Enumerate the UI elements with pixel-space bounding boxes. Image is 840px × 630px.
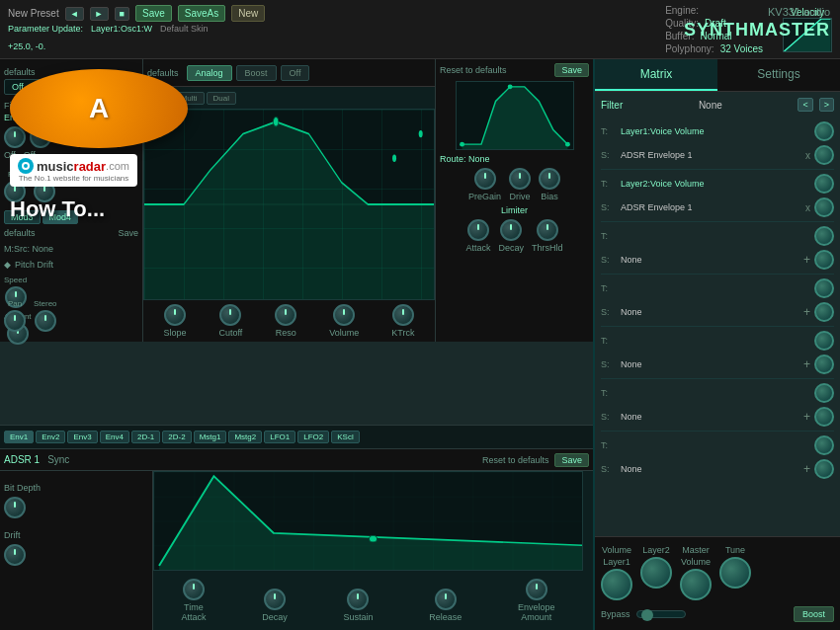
t7-knob[interactable] (814, 435, 834, 455)
thrshld-group: ThrsHld (532, 219, 563, 253)
bitdepth-knob[interactable] (4, 497, 26, 518)
s5-knob[interactable] (814, 354, 834, 374)
boost-bottom-btn[interactable]: Boost (794, 606, 834, 622)
t1-knob[interactable] (814, 121, 834, 141)
slope-knob[interactable] (164, 304, 186, 326)
volume-knob[interactable] (333, 304, 355, 326)
t1-value: Layer1:Voice Volume (621, 126, 810, 136)
adsr-reset-btn[interactable]: Reset to defaults (482, 455, 549, 465)
settings-tab[interactable]: Settings (717, 59, 840, 91)
2d2-tab[interactable]: 2D-2 (162, 431, 191, 443)
s1-knob[interactable] (814, 145, 834, 165)
dual-tab[interactable]: Dual (207, 92, 236, 105)
pan2-knob[interactable] (4, 310, 26, 332)
musicradar-overlay: A music radar .com The No.1 website for … (10, 69, 188, 222)
off-tab[interactable]: Off (281, 65, 310, 81)
drift-knob[interactable] (4, 544, 26, 566)
reso-knob[interactable] (275, 304, 296, 326)
drift-group: Drift (4, 530, 148, 566)
ktrck-knob[interactable] (392, 304, 414, 326)
drive-knob[interactable] (509, 168, 531, 190)
sustain-knob[interactable] (347, 589, 369, 610)
analog-tab[interactable]: Analog (187, 65, 232, 81)
s4-knob[interactable] (814, 302, 834, 322)
s7-label: S: (601, 464, 617, 474)
bias-knob[interactable] (539, 168, 560, 190)
cutoff-knob[interactable] (219, 304, 241, 326)
env1-tab[interactable]: Env1 (4, 431, 34, 443)
decay-knob[interactable] (264, 589, 286, 610)
lim-decay-knob[interactable] (500, 219, 522, 241)
nav-stop-btn[interactable]: ■ (115, 7, 129, 21)
lfo2-tab[interactable]: LFO2 (297, 431, 329, 443)
s1-x[interactable]: x (805, 150, 810, 161)
stereo-knob[interactable] (35, 310, 56, 332)
lim-attack-knob[interactable] (467, 219, 489, 241)
reset-defaults-btn[interactable]: Reset to defaults (440, 63, 507, 77)
env2-tab[interactable]: Env2 (36, 431, 65, 443)
t3-knob[interactable] (814, 226, 834, 246)
kscl-tab[interactable]: KScl (331, 431, 359, 443)
s2-knob[interactable] (814, 197, 834, 217)
save-top-btn[interactable]: Save (554, 63, 589, 77)
lim-attack-label: Attack (465, 243, 490, 253)
lfo1-tab[interactable]: LFO1 (264, 431, 295, 443)
save-button[interactable]: Save (135, 5, 172, 22)
env3-tab[interactable]: Env3 (67, 431, 97, 443)
s3-plus[interactable]: + (803, 253, 810, 267)
thrshld-knob[interactable] (537, 219, 558, 241)
master-vol-knob[interactable] (680, 569, 712, 600)
main-content: A music radar .com The No.1 website for … (0, 59, 840, 630)
ktrck-label: KTrck (391, 328, 414, 338)
s7-plus[interactable]: + (803, 462, 810, 476)
stereo-label: Stereo (34, 299, 57, 308)
vol-layer1-knob[interactable] (601, 569, 632, 600)
polyphony-value: 32 Voices (720, 43, 763, 54)
env-amount-group: Envelope Amount (518, 579, 555, 622)
route-area: Reset to defaults Save Route: None (435, 59, 593, 342)
tune-knob[interactable] (719, 557, 751, 589)
matrix-bottom-knobs-row: Volume Layer1 Layer2 Master Volume Tune (601, 545, 834, 600)
s3-knob[interactable] (814, 250, 834, 270)
matrix-bottom: Volume Layer1 Layer2 Master Volume Tune (595, 536, 840, 630)
nav-prev-btn[interactable]: ◄ (65, 7, 84, 21)
s2-x[interactable]: x (805, 202, 810, 213)
bypass-slider[interactable] (636, 610, 686, 618)
time-attack-knob[interactable] (183, 579, 205, 600)
t5-knob[interactable] (814, 331, 834, 351)
vol-layer1-label: Volume (602, 545, 631, 555)
adsr-section: Env1 Env2 Env3 Env4 2D-1 2D-2 Mstg1 Mstg… (0, 425, 593, 630)
env-amount-knob[interactable] (526, 579, 547, 600)
svg-marker-6 (462, 87, 567, 149)
adsr-save-btn[interactable]: Save (554, 453, 589, 467)
mstg2-tab[interactable]: Mstg2 (228, 431, 262, 443)
env4-tab[interactable]: Env4 (100, 431, 129, 443)
matrix-s3-row: S: None + (601, 248, 834, 272)
s6-plus[interactable]: + (803, 410, 810, 424)
s7-knob[interactable] (814, 459, 834, 479)
new-button[interactable]: New (231, 5, 265, 22)
vol-layer2-knob[interactable] (640, 557, 672, 589)
t2-knob[interactable] (814, 174, 834, 194)
reset-save-top: Reset to defaults Save (440, 63, 589, 77)
matrix-tabs: Matrix Settings (595, 59, 840, 92)
logo-bottom: SYNTHMASTER (684, 19, 830, 41)
s5-plus[interactable]: + (803, 357, 810, 371)
t6-knob[interactable] (814, 383, 834, 403)
badge-letter: A (89, 95, 109, 122)
s6-knob[interactable] (814, 407, 834, 427)
boost-tab[interactable]: Boost (236, 65, 277, 81)
matrix-tab[interactable]: Matrix (595, 59, 717, 91)
mstg1-tab[interactable]: Mstg1 (194, 431, 227, 443)
matrix-s4-row: S: None + (601, 300, 834, 324)
nav-next-btn[interactable]: ► (90, 7, 109, 21)
t4-knob[interactable] (814, 278, 834, 298)
release-knob[interactable] (435, 589, 457, 610)
filter-next-btn[interactable]: > (819, 98, 834, 112)
s4-plus[interactable]: + (803, 305, 810, 319)
saveas-button[interactable]: SaveAs (178, 5, 225, 22)
2d1-tab[interactable]: 2D-1 (131, 431, 160, 443)
filter-prev-btn[interactable]: < (798, 98, 812, 112)
pregain-knob[interactable] (474, 168, 496, 190)
tune-group: Tune (719, 545, 751, 600)
